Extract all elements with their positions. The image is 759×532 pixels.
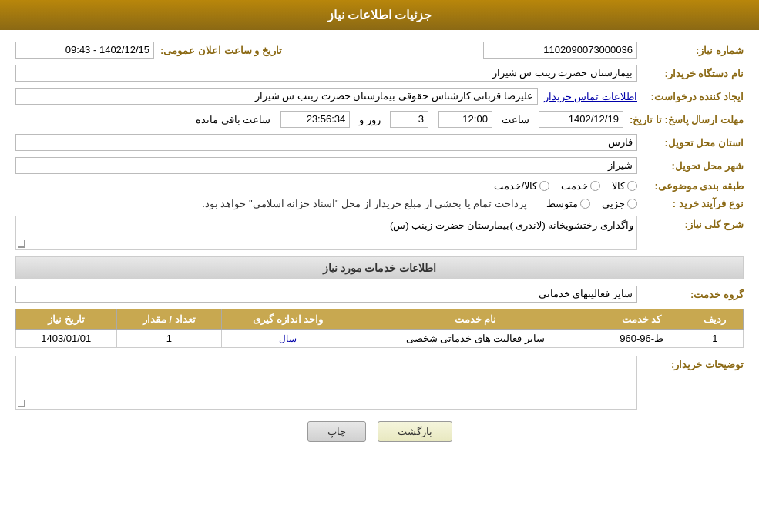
radio-kala-khedmat[interactable]: [539, 181, 549, 191]
page-title: جزئیات اطلاعات نیاز: [327, 8, 432, 22]
deadline-day-value: 3: [390, 111, 428, 128]
radio-kala[interactable]: [627, 181, 637, 191]
need-description-box: واگذاری رختشویخانه (لاندری )بیمارستان حض…: [15, 216, 637, 250]
announcement-date-value: 1402/12/15 - 09:43: [15, 42, 154, 59]
service-group-label: گروه خدمت:: [643, 289, 744, 300]
col-header-date: تاریخ نیاز: [16, 309, 117, 330]
cell-service-name: سایر فعالیت های خدماتی شخصی: [354, 330, 596, 348]
city-value: شیراز: [15, 157, 637, 174]
category-kala-khedmat-label: کالا/خدمت: [494, 180, 537, 192]
deadline-time-label: ساعت: [502, 114, 529, 125]
category-option-kala: کالا: [612, 180, 637, 192]
radio-khedmat[interactable]: [590, 181, 600, 191]
buyer-org-row: نام دستگاه خریدار: بیمارستان حضرت زینب س…: [15, 65, 744, 82]
page-wrapper: جزئیات اطلاعات نیاز شماره نیاز: 11020900…: [0, 0, 759, 532]
back-button[interactable]: بازگشت: [378, 421, 452, 442]
process-jozi-label: جزیی: [602, 198, 625, 209]
deadline-time-value: 12:00: [438, 111, 492, 128]
cell-unit: سال: [222, 330, 354, 348]
resize-handle-notes[interactable]: [18, 400, 25, 407]
purchase-type-label: نوع فرآیند خرید :: [643, 198, 744, 209]
radio-motavaset[interactable]: [580, 199, 590, 209]
buyer-notes-label: توضیحات خریدار:: [643, 356, 744, 370]
table-header-row: ردیف کد خدمت نام خدمت واحد اندازه گیری ت…: [16, 309, 744, 330]
category-label: طبقه بندی موضوعی:: [643, 180, 744, 192]
button-row: بازگشت چاپ: [15, 421, 744, 453]
radio-jozi[interactable]: [627, 199, 637, 209]
col-header-service-code: کد خدمت: [596, 309, 687, 330]
cell-service-code: ط-96-960: [596, 330, 687, 348]
col-header-unit: واحد اندازه گیری: [222, 309, 354, 330]
page-header: جزئیات اطلاعات نیاز: [0, 0, 759, 30]
cell-quantity: 1: [116, 330, 222, 348]
table-row: 1 ط-96-960 سایر فعالیت های خدماتی شخصی س…: [16, 330, 744, 348]
services-table: ردیف کد خدمت نام خدمت واحد اندازه گیری ت…: [15, 309, 744, 348]
need-description-row: شرح کلی نیاز: واگذاری رختشویخانه (لاندری…: [15, 216, 744, 250]
category-options: کالا خدمت کالا/خدمت: [494, 180, 637, 192]
deadline-remaining-label: ساعت باقی مانده: [196, 114, 270, 125]
announcement-date-label: تاریخ و ساعت اعلان عمومی:: [160, 45, 282, 56]
resize-handle[interactable]: [18, 240, 25, 248]
cell-date: 1403/01/01: [16, 330, 117, 348]
buyer-org-label: نام دستگاه خریدار:: [643, 68, 744, 79]
process-type-options: جزیی متوسط پرداخت تمام یا بخشی از مبلغ خ…: [15, 198, 637, 209]
province-value: فارس: [15, 134, 637, 151]
print-button[interactable]: چاپ: [307, 421, 366, 442]
deadline-date: 1402/12/19: [539, 111, 623, 128]
province-row: استان محل تحویل: فارس: [15, 134, 744, 151]
need-number-row: شماره نیاز: 1102090073000036 تاریخ و ساع…: [15, 42, 744, 59]
col-header-quantity: تعداد / مقدار: [116, 309, 222, 330]
creator-link[interactable]: اطلاعات تماس خریدار: [544, 91, 637, 102]
category-option-kala-khedmat: کالا/خدمت: [494, 180, 549, 192]
process-motavaset: متوسط: [546, 198, 590, 209]
cell-row-num: 1: [687, 330, 743, 348]
deadline-row: مهلت ارسال پاسخ: تا تاریخ: 1402/12/19 سا…: [15, 111, 744, 128]
buyer-notes-row: توضیحات خریدار:: [15, 356, 744, 410]
category-khedmat-label: خدمت: [561, 180, 588, 192]
category-option-khedmat: خدمت: [561, 180, 600, 192]
deadline-label: مهلت ارسال پاسخ: تا تاریخ:: [630, 114, 744, 125]
process-motavaset-label: متوسط: [546, 198, 578, 209]
purchase-type-note: پرداخت تمام یا بخشی از مبلغ خریدار از مح…: [202, 198, 527, 209]
buyer-notes-box[interactable]: [15, 356, 637, 410]
need-description-label: شرح کلی نیاز:: [643, 216, 744, 230]
service-group-value: سایر فعالیتهای خدماتی: [15, 286, 637, 303]
deadline-day-label: روز و: [359, 114, 381, 125]
province-label: استان محل تحویل:: [643, 137, 744, 149]
content-area: شماره نیاز: 1102090073000036 تاریخ و ساع…: [0, 30, 759, 465]
creator-row: ایجاد کننده درخواست: اطلاعات تماس خریدار…: [15, 88, 744, 105]
creator-label: ایجاد کننده درخواست:: [643, 91, 744, 102]
need-description-value: واگذاری رختشویخانه (لاندری )بیمارستان حض…: [390, 219, 633, 231]
category-kala-label: کالا: [612, 180, 625, 192]
deadline-remaining: 23:56:34: [280, 111, 350, 128]
service-group-row: گروه خدمت: سایر فعالیتهای خدماتی: [15, 286, 744, 303]
category-row: طبقه بندی موضوعی: کالا خدمت کالا/خدمت: [15, 180, 744, 192]
need-number-value: 1102090073000036: [483, 42, 637, 59]
col-header-service-name: نام خدمت: [354, 309, 596, 330]
buyer-org-value: بیمارستان حضرت زینب س شیراز: [15, 65, 637, 82]
city-label: شهر محل تحویل:: [643, 160, 744, 172]
purchase-type-row: نوع فرآیند خرید : جزیی متوسط پرداخت تمام…: [15, 198, 744, 209]
creator-value: علیرضا قربانی کارشناس حقوقی بیمارستان حض…: [15, 88, 538, 105]
need-number-label: شماره نیاز:: [643, 45, 744, 56]
city-row: شهر محل تحویل: شیراز: [15, 157, 744, 174]
col-header-row-num: ردیف: [687, 309, 743, 330]
process-jozi: جزیی: [602, 198, 637, 209]
services-section-title: اطلاعات خدمات مورد نیاز: [15, 256, 744, 279]
